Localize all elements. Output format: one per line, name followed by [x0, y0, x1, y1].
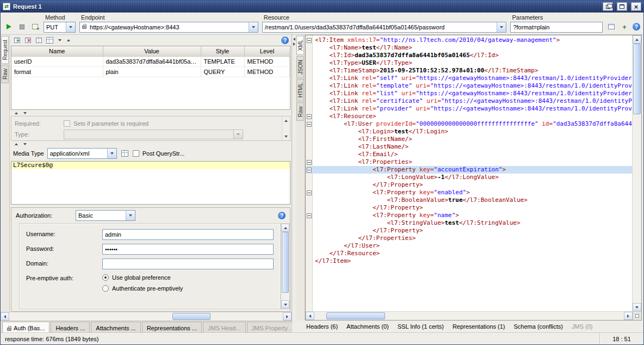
domain-field[interactable]	[102, 258, 274, 269]
response-vertical-scrollbar[interactable]	[632, 35, 641, 311]
xml-editor[interactable]: <l7:Item xmlns:l7="http://ns.l7tech.com/…	[306, 35, 632, 311]
fold-collapse-icon[interactable]	[307, 38, 312, 43]
xml-code-line[interactable]: </l7:Properties>	[306, 235, 632, 242]
fold-collapse-icon[interactable]	[307, 122, 312, 127]
help-icon[interactable]	[281, 36, 289, 44]
xml-code-line[interactable]: <l7:Properties>	[306, 158, 632, 166]
xml-code-line[interactable]: <l7:Id>dad3a53837d7dffa8a6441bf05a01465<…	[306, 52, 632, 59]
xml-code-line[interactable]: <l7:Property key="accountExpiration">	[306, 166, 632, 174]
scroll-up-icon[interactable]	[283, 117, 290, 124]
fold-collapse-icon[interactable]	[307, 213, 312, 218]
xml-code-line[interactable]: </l7:Resource>	[306, 250, 632, 257]
fold-collapse-icon[interactable]	[307, 190, 312, 195]
chevron-down-icon[interactable]	[66, 22, 75, 32]
auth-scrollbar[interactable]	[281, 223, 290, 309]
xml-code-line[interactable]: <l7:FirstName/>	[306, 135, 632, 143]
xml-code-line[interactable]: <l7:LastName/>	[306, 143, 632, 151]
request-tab-request[interactable]: Request	[1, 36, 9, 64]
scroll-right-icon[interactable]	[283, 312, 292, 321]
update-params-button[interactable]	[34, 36, 44, 45]
tabbed-layout-button[interactable]	[606, 22, 616, 32]
param-column-header[interactable]: Name	[11, 46, 103, 56]
xml-code-line[interactable]: <l7:Link rel="template" uri="https://<ga…	[306, 82, 632, 90]
xml-code-line[interactable]: <l7:Property key="enabled">	[306, 189, 632, 196]
request-bottom-tab[interactable]: Attachments ...	[91, 322, 140, 332]
scroll-left-icon[interactable]	[1, 312, 9, 321]
response-bottom-tab[interactable]: SSL Info (1 certs)	[398, 323, 444, 330]
xml-code-line[interactable]: <l7:Type>USER</l7:Type>	[306, 59, 632, 67]
editor-corner-button[interactable]	[633, 312, 641, 320]
restore-window-button[interactable]	[603, 2, 613, 11]
request-tab-raw[interactable]: Raw	[1, 65, 9, 83]
request-bottom-tab[interactable]: Representations ...	[142, 322, 202, 332]
scroll-left-icon[interactable]	[306, 312, 314, 320]
add-to-testcase-button[interactable]	[30, 22, 40, 32]
xml-code-line[interactable]: </l7:Property>	[306, 181, 632, 189]
submit-request-button[interactable]	[4, 22, 14, 32]
chevron-down-icon[interactable]	[107, 149, 116, 158]
fold-collapse-icon[interactable]	[307, 114, 312, 119]
username-field[interactable]	[102, 229, 274, 240]
use-global-preference-option[interactable]: Use global preference	[102, 274, 183, 281]
scroll-down-icon[interactable]	[281, 300, 289, 309]
media-type-select[interactable]: application/xml	[47, 148, 117, 159]
xml-code-line[interactable]: <l7:Link rel="provider" uri="https://<ga…	[306, 105, 632, 113]
response-bottom-tab[interactable]: Attachments (0)	[346, 323, 389, 330]
response-tab-xml[interactable]: XML	[296, 36, 304, 55]
xml-code-line[interactable]: <l7:User providerId="0000000000000000fff…	[306, 120, 632, 128]
response-bottom-tab[interactable]: Schema (conflicts)	[514, 323, 563, 330]
param-row[interactable]: userIDdad3a53837d7dffa8a6441bf05a01...TE…	[11, 56, 290, 66]
request-body-text[interactable]: L7Secure$0@	[11, 162, 290, 169]
collapse-panel-button[interactable]	[56, 37, 63, 44]
xml-code-line[interactable]: <l7:Resource>	[306, 113, 632, 120]
xml-code-line[interactable]: <l7:Item xmlns:l7="http://ns.l7tech.com/…	[306, 36, 632, 44]
details-scrollbar[interactable]	[282, 116, 290, 140]
xml-code-line[interactable]: <l7:Property key="name">	[306, 212, 632, 219]
add-button[interactable]	[620, 22, 629, 32]
response-horizontal-scrollbar[interactable]	[306, 311, 641, 320]
xml-code-line[interactable]: <l7:Name>test</l7:Name>	[306, 44, 632, 52]
xml-code-line[interactable]: <l7:TimeStamp>2015-09-25T10:52:52.978+01…	[306, 67, 632, 75]
required-checkbox[interactable]	[64, 120, 70, 127]
xml-code-line[interactable]: </l7:Item>	[306, 257, 632, 265]
maximize-window-button[interactable]	[617, 2, 627, 11]
chevron-down-icon[interactable]	[249, 22, 258, 32]
chevron-down-icon[interactable]	[497, 22, 506, 32]
panel-splitter[interactable]	[292, 35, 296, 321]
expand-panel-button[interactable]	[65, 37, 72, 44]
response-tab-json[interactable]: JSON	[296, 56, 304, 78]
xml-code-line[interactable]: <l7:Login>test</l7:Login>	[306, 128, 632, 135]
fold-collapse-icon[interactable]	[307, 160, 312, 165]
revert-params-button[interactable]	[45, 36, 54, 45]
add-param-button[interactable]	[13, 36, 22, 45]
request-bottom-tab[interactable]: Auth (Bas...	[2, 322, 49, 332]
xml-code-line[interactable]: <l7:StringValue>test</l7:StringValue>	[306, 219, 632, 227]
fold-collapse-icon[interactable]	[307, 168, 312, 172]
type-select[interactable]	[64, 130, 243, 139]
password-field[interactable]	[102, 244, 274, 255]
cancel-request-button[interactable]	[17, 22, 27, 32]
scrollbar-thumb[interactable]	[326, 312, 385, 319]
authorization-select[interactable]: Basic	[76, 210, 135, 221]
xml-code-line[interactable]: </l7:User>	[306, 242, 632, 250]
scrollbar-thumb[interactable]	[633, 44, 641, 114]
scroll-down-icon[interactable]	[633, 303, 641, 311]
help-icon[interactable]	[633, 23, 640, 30]
xml-code-line[interactable]: <l7:BooleanValue>true</l7:BooleanValue>	[306, 196, 632, 204]
scroll-right-icon[interactable]	[624, 312, 633, 320]
xml-code-line[interactable]: </l7:Property>	[306, 204, 632, 212]
param-column-header[interactable]: Style	[201, 46, 244, 56]
xml-code-line[interactable]: <l7:Link rel="certificate" uri="https://…	[306, 97, 632, 105]
xml-code-line[interactable]: <l7:Email/>	[306, 151, 632, 158]
parameters-input[interactable]	[510, 22, 603, 33]
method-select[interactable]: PUT	[44, 22, 76, 33]
param-column-header[interactable]: Value	[103, 46, 201, 56]
recreate-content-button[interactable]	[120, 149, 129, 158]
scroll-up-icon[interactable]	[633, 35, 641, 44]
response-bottom-tab[interactable]: Headers (6)	[306, 323, 338, 330]
authenticate-preemptively-option[interactable]: Authenticate pre-emptively	[102, 285, 183, 292]
param-row[interactable]: formatplainQUERYMETHOD	[11, 66, 290, 77]
xml-code-line[interactable]: <l7:Link rel="self" uri="https://<gatewa…	[306, 75, 632, 82]
chevron-down-icon[interactable]	[126, 211, 135, 220]
endpoint-select[interactable]: https://<gatewayHostname>:8443	[79, 22, 258, 33]
